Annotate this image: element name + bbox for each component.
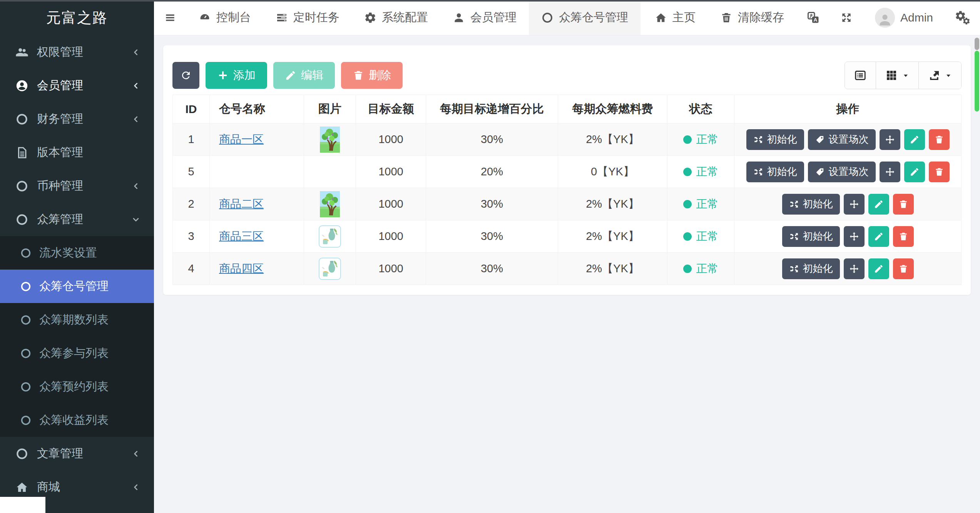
cell-id: 3	[173, 220, 210, 253]
warehouse-name-link[interactable]: 商品四区	[219, 262, 264, 275]
row-edit-button[interactable]	[904, 162, 925, 182]
sidebar-subitem-reservation-list[interactable]: 众筹预约列表	[0, 370, 154, 403]
warehouse-table: ID 仓号名称 图片 目标金额 每期目标递增百分比 每期众筹燃料费 状态 操作 …	[172, 95, 962, 285]
bottom-left-overlay	[0, 497, 45, 513]
caret-down-icon	[902, 73, 909, 78]
chevron-left-icon	[131, 81, 141, 91]
top-navbar: 控制台 定时任务 系统配置 会员管理 众筹仓号管理 主页 清除缓存 A	[154, 0, 980, 35]
tab-scheduled-tasks[interactable]: 定时任务	[263, 0, 352, 35]
clear-cache-button[interactable]: 清除缓存	[708, 0, 796, 35]
row-delete-button[interactable]	[893, 226, 914, 247]
cell-image-empty	[304, 156, 356, 188]
cell-percent: 30%	[426, 253, 558, 285]
cell-target-money: 1000	[356, 220, 426, 253]
col-header-money[interactable]: 目标金额	[356, 95, 426, 123]
row-edit-button[interactable]	[868, 226, 889, 247]
sidebar-item-members[interactable]: 会员管理	[0, 69, 154, 102]
warehouse-name-link[interactable]: 商品三区	[219, 230, 264, 242]
fullscreen-button[interactable]	[830, 0, 863, 35]
tag-icon	[815, 135, 825, 145]
init-button[interactable]: 初始化	[746, 129, 804, 150]
cell-fuel: 2%【YK】	[558, 253, 667, 285]
init-button[interactable]: 初始化	[746, 162, 804, 182]
edit-button[interactable]: 编辑	[273, 62, 335, 89]
cell-target-money: 1000	[356, 253, 426, 285]
table-row: 2 商品二区 1000 30% 2%【YK】 正常 初始化	[173, 188, 962, 220]
col-header-id[interactable]: ID	[173, 95, 210, 123]
home-button[interactable]: 主页	[642, 0, 708, 35]
warehouse-name-link[interactable]: 商品二区	[219, 198, 264, 210]
warehouse-name-link[interactable]: 商品一区	[219, 133, 264, 145]
move-button[interactable]	[844, 258, 865, 279]
detail-view-button[interactable]	[845, 62, 876, 89]
caret-down-icon	[945, 73, 952, 78]
col-header-name[interactable]: 仓号名称	[210, 95, 304, 123]
col-header-percent[interactable]: 每期目标递增百分比	[426, 95, 558, 123]
tab-system-config[interactable]: 系统配置	[352, 0, 440, 35]
row-delete-button[interactable]	[929, 129, 950, 150]
sidebar-subitem-earnings-list[interactable]: 众筹收益列表	[0, 403, 154, 437]
row-edit-button[interactable]	[868, 194, 889, 215]
warehouse-thumbnail-tree[interactable]	[320, 191, 340, 217]
row-edit-button[interactable]	[868, 258, 889, 279]
init-button[interactable]: 初始化	[782, 194, 840, 215]
col-header-status[interactable]: 状态	[667, 95, 734, 123]
move-button[interactable]	[844, 194, 865, 215]
init-button[interactable]: 初始化	[782, 258, 840, 279]
scrollbar-top-cap[interactable]	[975, 38, 979, 50]
sidebar-toggle-button[interactable]	[154, 0, 186, 35]
sidebar-item-currency[interactable]: 币种管理	[0, 169, 154, 203]
sidebar-item-finance[interactable]: 财务管理	[0, 102, 154, 136]
sidebar-item-permissions[interactable]: 权限管理	[0, 35, 154, 69]
status-dot-icon	[683, 168, 692, 176]
export-dropdown-button[interactable]	[918, 62, 961, 89]
status-dot-icon	[683, 135, 692, 144]
warehouse-thumbnail-vase[interactable]	[319, 258, 341, 280]
tab-member-manage[interactable]: 会员管理	[440, 0, 529, 35]
warehouse-thumbnail-tree[interactable]	[320, 127, 340, 153]
move-icon	[885, 135, 895, 145]
move-button[interactable]	[880, 162, 900, 182]
row-edit-button[interactable]	[904, 129, 925, 150]
gear-icon	[364, 12, 376, 24]
tab-crowdfund-warehouse[interactable]: 众筹仓号管理	[529, 0, 641, 35]
sidebar-item-version[interactable]: 版本管理	[0, 136, 154, 169]
move-icon	[885, 167, 895, 177]
settings-button[interactable]	[945, 0, 980, 35]
scrollbar-thumb[interactable]	[975, 51, 979, 112]
delete-button[interactable]: 删除	[341, 62, 403, 89]
warehouse-thumbnail-vase[interactable]	[319, 225, 341, 248]
language-button[interactable]	[796, 0, 830, 35]
trash-icon	[934, 167, 944, 177]
row-delete-button[interactable]	[929, 162, 950, 182]
sidebar-subitem-flow-reward[interactable]: 流水奖设置	[0, 236, 154, 270]
add-button[interactable]: 添加	[206, 62, 267, 89]
sidebar-subitem-period-list[interactable]: 众筹期数列表	[0, 303, 154, 336]
row-delete-button[interactable]	[893, 258, 914, 279]
sidebar-subitem-label: 众筹仓号管理	[39, 278, 109, 294]
move-icon	[849, 264, 859, 274]
sidebar-item-articles[interactable]: 文章管理	[0, 437, 154, 470]
col-header-fuel[interactable]: 每期众筹燃料费	[558, 95, 667, 123]
sidebar-subitem-label: 众筹预约列表	[39, 379, 109, 395]
sidebar-item-crowdfunding[interactable]: 众筹管理	[0, 203, 154, 236]
move-button[interactable]	[880, 129, 900, 150]
set-session-button[interactable]: 设置场次	[808, 129, 876, 150]
columns-dropdown-button[interactable]	[876, 62, 918, 89]
sidebar-subitem-warehouse-manage[interactable]: 众筹仓号管理	[0, 270, 154, 303]
set-session-button[interactable]: 设置场次	[808, 162, 876, 182]
table-card: 添加 编辑 删除	[163, 45, 971, 295]
row-delete-button[interactable]	[893, 194, 914, 215]
cell-target-money: 1000	[356, 188, 426, 220]
chevron-down-icon	[131, 215, 141, 225]
crowdfunding-submenu: 流水奖设置 众筹仓号管理 众筹期数列表 众筹参与列表 众筹预约列表 众筹收益列表	[0, 236, 154, 437]
user-menu[interactable]: Admin	[863, 0, 945, 35]
col-header-image[interactable]: 图片	[304, 95, 356, 123]
sidebar-subitem-participation-list[interactable]: 众筹参与列表	[0, 336, 154, 370]
init-button[interactable]: 初始化	[782, 226, 840, 247]
tab-dashboard[interactable]: 控制台	[186, 0, 263, 35]
move-button[interactable]	[844, 226, 865, 247]
refresh-button[interactable]	[172, 62, 199, 89]
row-actions: 初始化	[734, 226, 961, 247]
sidebar-item-label: 会员管理	[37, 78, 131, 93]
